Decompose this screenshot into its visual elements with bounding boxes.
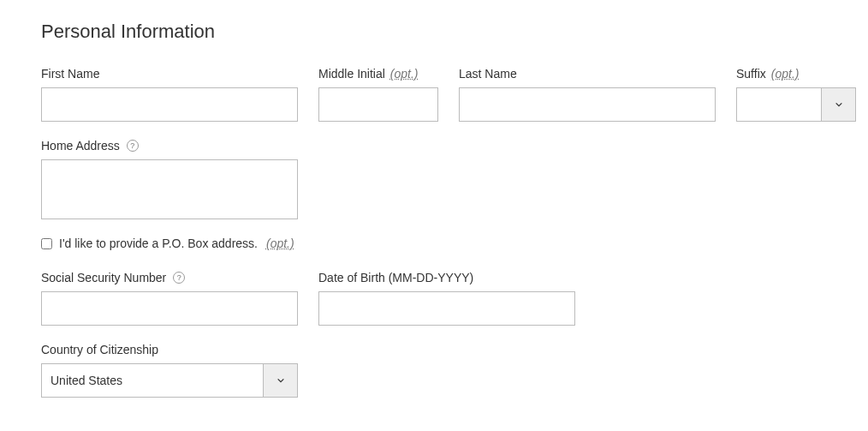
country-label-text: Country of Citizenship [41, 343, 158, 356]
country-field: Country of Citizenship United States [41, 343, 827, 398]
first-name-label: First Name [41, 67, 298, 81]
chevron-down-icon [276, 376, 285, 385]
ssn-label-text: Social Security Number [41, 271, 166, 284]
country-dropdown-button[interactable] [263, 364, 297, 397]
section-title: Personal Information [41, 21, 827, 43]
dob-label: Date of Birth (MM-DD-YYYY) [318, 271, 575, 284]
suffix-field: Suffix (opt.) [736, 67, 856, 122]
name-row: First Name Middle Initial (opt.) Last Na… [41, 67, 827, 122]
middle-initial-optional-marker: (opt.) [390, 67, 419, 81]
dob-input[interactable] [318, 291, 575, 326]
ssn-help-icon[interactable]: ? [173, 272, 185, 284]
suffix-label-text: Suffix [736, 67, 766, 81]
ssn-dob-row: Social Security Number ? Date of Birth (… [41, 271, 827, 326]
home-address-field: Home Address ? [41, 139, 827, 219]
dob-label-text: Date of Birth (MM-DD-YYYY) [318, 271, 473, 284]
ssn-label: Social Security Number ? [41, 271, 298, 284]
middle-initial-label-text: Middle Initial [318, 67, 385, 81]
middle-initial-label: Middle Initial (opt.) [318, 67, 438, 81]
suffix-optional-marker: (opt.) [771, 67, 800, 81]
middle-initial-field: Middle Initial (opt.) [318, 67, 438, 122]
country-selected-value: United States [42, 364, 263, 397]
pobox-optional-marker: (opt.) [266, 236, 294, 250]
suffix-selected-value [737, 88, 821, 121]
dob-field: Date of Birth (MM-DD-YYYY) [318, 271, 575, 326]
home-address-label: Home Address ? [41, 139, 827, 153]
home-address-help-icon[interactable]: ? [127, 140, 139, 152]
ssn-input[interactable] [41, 291, 298, 326]
first-name-label-text: First Name [41, 67, 99, 81]
middle-initial-input[interactable] [318, 87, 438, 122]
pobox-checkbox-label: I'd like to provide a P.O. Box address. [59, 236, 258, 250]
suffix-select[interactable] [736, 87, 856, 122]
home-address-label-text: Home Address [41, 139, 120, 153]
suffix-dropdown-button[interactable] [821, 88, 855, 121]
last-name-field: Last Name [459, 67, 716, 122]
home-address-input[interactable] [41, 159, 298, 219]
chevron-down-icon [835, 100, 843, 109]
country-select[interactable]: United States [41, 363, 298, 398]
first-name-field: First Name [41, 67, 298, 122]
last-name-label: Last Name [459, 67, 716, 81]
pobox-checkbox-row: I'd like to provide a P.O. Box address. … [41, 236, 827, 250]
suffix-label: Suffix (opt.) [736, 67, 856, 81]
last-name-input[interactable] [459, 87, 716, 122]
country-label: Country of Citizenship [41, 343, 827, 356]
pobox-checkbox[interactable] [41, 238, 52, 249]
ssn-field: Social Security Number ? [41, 271, 298, 326]
last-name-label-text: Last Name [459, 67, 517, 81]
first-name-input[interactable] [41, 87, 298, 122]
